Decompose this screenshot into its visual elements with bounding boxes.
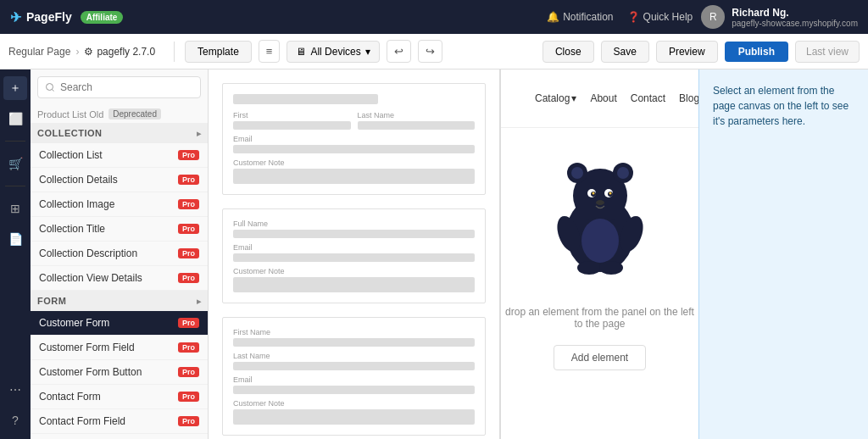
element-collection-view-details[interactable]: Collection View Details Pro bbox=[31, 266, 208, 291]
svg-point-11 bbox=[609, 192, 611, 195]
nav-blog[interactable]: Blog ▾ bbox=[679, 92, 698, 104]
preview-container: First Last Name Email Customer Note bbox=[209, 69, 698, 439]
logo-icon: ✈ bbox=[10, 9, 21, 25]
last-view-button[interactable]: Last view bbox=[795, 41, 860, 63]
quick-help-btn[interactable]: ❓ Quick Help bbox=[627, 11, 693, 23]
chevron-down-icon: ▾ bbox=[365, 46, 370, 58]
deprecated-label: Product List Old Deprecated bbox=[31, 105, 208, 123]
breadcrumb: Regular Page › ⚙ pagefly 2.7.0 bbox=[8, 46, 155, 58]
template-button[interactable]: Template bbox=[185, 41, 252, 63]
element-collection-details[interactable]: Collection Details Pro bbox=[31, 168, 208, 192]
notification-btn[interactable]: 🔔 Notification bbox=[547, 11, 613, 23]
close-button[interactable]: Close bbox=[542, 41, 594, 63]
right-panel-info: Select an element from the page canvas o… bbox=[713, 83, 854, 129]
chevron-icon-form: ▸ bbox=[197, 297, 202, 306]
store-header: Catalog ▾ About Contact Blog ▾ 🔍 🛍 bbox=[501, 69, 698, 128]
element-collection-list[interactable]: Collection List Pro bbox=[31, 143, 208, 168]
drop-hint: drop an element from the panel on the le… bbox=[501, 297, 698, 338]
bear-container bbox=[501, 128, 698, 297]
chevron-icon-catalog: ▾ bbox=[571, 92, 576, 104]
undo-button[interactable]: ↩ bbox=[387, 40, 411, 63]
element-customer-form-field[interactable]: Customer Form Field Pro bbox=[31, 336, 208, 360]
element-contact-form[interactable]: Contact Form Pro bbox=[31, 385, 208, 409]
nav-catalog[interactable]: Catalog ▾ bbox=[535, 92, 576, 104]
sidebar-pages-icon[interactable]: 📄 bbox=[3, 227, 27, 251]
sidebar-separator2 bbox=[5, 186, 25, 186]
bear-illustration bbox=[545, 149, 655, 276]
user-info: R Richard Ng. pagefly-showcase.myshopify… bbox=[701, 5, 858, 29]
form-preview-3: First Name Last Name Email Customer Note bbox=[222, 317, 486, 436]
user-name: Richard Ng. bbox=[732, 7, 858, 19]
nav-about[interactable]: About bbox=[590, 92, 616, 104]
undo-icon: ↩ bbox=[394, 45, 403, 58]
page-canvas: Catalog ▾ About Contact Blog ▾ 🔍 🛍 bbox=[501, 69, 698, 439]
collection-items: Collection List Pro Collection Details P… bbox=[31, 143, 208, 291]
bell-icon: 🔔 bbox=[547, 11, 559, 23]
text-format-icon: ≡ bbox=[266, 45, 273, 58]
sidebar-layers-icon[interactable]: ⬜ bbox=[3, 107, 27, 131]
topbar: ✈ PageFly Affiliate 🔔 Notification ❓ Qui… bbox=[0, 0, 868, 34]
element-customer-form-button[interactable]: Customer Form Button Pro bbox=[31, 360, 208, 385]
svg-point-12 bbox=[596, 200, 604, 205]
sidebar-help-icon[interactable]: ? bbox=[3, 408, 27, 432]
sidebar-bottom-icons: ⋯ ? bbox=[3, 378, 27, 432]
text-format-button[interactable]: ≡ bbox=[259, 40, 281, 63]
sidebar-store-icon[interactable]: 🛒 bbox=[3, 152, 27, 175]
redo-button[interactable]: ↪ bbox=[418, 40, 442, 63]
breadcrumb-current: ⚙ pagefly 2.7.0 bbox=[84, 46, 155, 58]
elements-panel: Product List Old Deprecated COLLECTION ▸… bbox=[31, 69, 209, 439]
right-panel: Select an element from the page canvas o… bbox=[698, 69, 868, 439]
search-box bbox=[31, 69, 208, 105]
form-preview-2: Full Name Email Customer Note bbox=[222, 208, 486, 303]
store-nav: Catalog ▾ About Contact Blog ▾ bbox=[535, 92, 698, 104]
form-popup-panel: First Last Name Email Customer Note bbox=[209, 69, 501, 439]
user-text: Richard Ng. pagefly-showcase.myshopify.c… bbox=[732, 7, 858, 28]
redo-icon: ↪ bbox=[426, 45, 435, 58]
gear-icon: ⚙ bbox=[84, 46, 93, 58]
section-header-form[interactable]: FORM ▸ bbox=[31, 291, 208, 311]
breadcrumb-sep: › bbox=[75, 46, 79, 58]
chevron-icon: ▸ bbox=[197, 129, 202, 138]
topbar-actions: 🔔 Notification ❓ Quick Help bbox=[547, 11, 693, 23]
element-contact-form-button[interactable]: Contact Form Button Pro bbox=[31, 434, 208, 439]
element-collection-description[interactable]: Collection Description Pro bbox=[31, 242, 208, 266]
logo: ✈ PageFly bbox=[10, 9, 72, 25]
element-collection-image[interactable]: Collection Image Pro bbox=[31, 192, 208, 217]
sidebar-add-icon[interactable]: ＋ bbox=[3, 76, 27, 100]
add-element-button[interactable]: Add element bbox=[554, 345, 646, 370]
sidebar-separator bbox=[5, 141, 25, 142]
svg-point-5 bbox=[617, 167, 629, 179]
svg-point-17 bbox=[599, 261, 623, 275]
preview-area: First Last Name Email Customer Note bbox=[209, 69, 868, 439]
form-items: Customer Form Pro Customer Form Field Pr… bbox=[31, 311, 208, 439]
svg-point-15 bbox=[581, 219, 619, 263]
element-customer-form[interactable]: Customer Form Pro bbox=[31, 311, 208, 336]
preview-button[interactable]: Preview bbox=[656, 41, 718, 63]
avatar: R bbox=[701, 5, 725, 29]
element-contact-form-field[interactable]: Contact Form Field Pro bbox=[31, 409, 208, 434]
form-preview-1: First Last Name Email Customer Note bbox=[222, 83, 486, 195]
publish-button[interactable]: Publish bbox=[725, 42, 788, 62]
breadcrumb-page[interactable]: Regular Page bbox=[8, 46, 70, 58]
toolbar-separator bbox=[174, 42, 175, 62]
svg-point-16 bbox=[577, 261, 601, 275]
logo-text: PageFly bbox=[26, 10, 72, 24]
monitor-icon: 🖥 bbox=[296, 46, 306, 58]
search-input[interactable] bbox=[37, 76, 201, 98]
svg-point-10 bbox=[592, 192, 594, 195]
main-layout: ＋ ⬜ 🛒 ⊞ 📄 ⋯ ? Product List Old Deprecate… bbox=[0, 69, 868, 439]
toolbar: Regular Page › ⚙ pagefly 2.7.0 Template … bbox=[0, 34, 868, 69]
section-header-collection[interactable]: COLLECTION ▸ bbox=[31, 123, 208, 143]
svg-point-4 bbox=[571, 167, 583, 179]
sidebar-grid-icon[interactable]: ⊞ bbox=[3, 197, 27, 220]
help-icon: ❓ bbox=[627, 11, 640, 23]
element-collection-title[interactable]: Collection Title Pro bbox=[31, 217, 208, 242]
affiliate-badge: Affiliate bbox=[81, 11, 124, 24]
save-button[interactable]: Save bbox=[601, 41, 649, 63]
user-shop: pagefly-showcase.myshopify.com bbox=[732, 19, 858, 28]
sidebar-settings-icon[interactable]: ⋯ bbox=[3, 378, 27, 402]
icon-sidebar: ＋ ⬜ 🛒 ⊞ 📄 ⋯ ? bbox=[0, 69, 31, 439]
devices-button[interactable]: 🖥 All Devices ▾ bbox=[287, 41, 379, 63]
nav-contact[interactable]: Contact bbox=[631, 92, 665, 104]
